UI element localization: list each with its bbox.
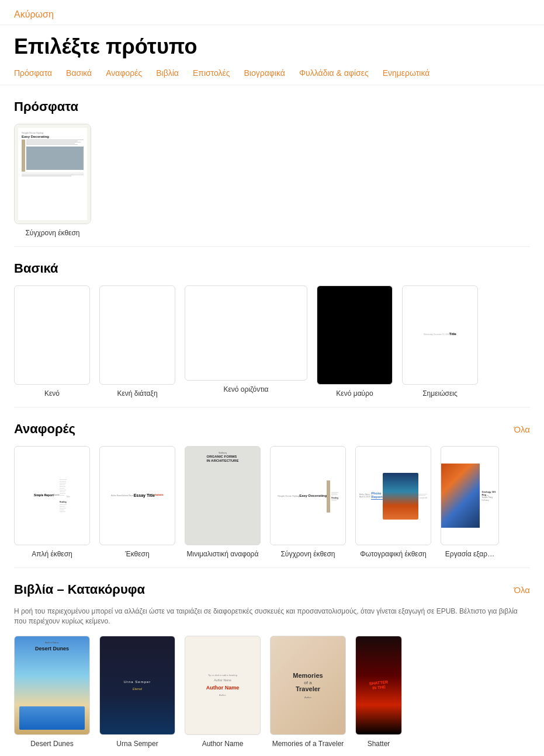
template-simple-report[interactable]: Simple Report Subtitle Heading — [14, 446, 90, 558]
template-label: Memories of a Traveler — [272, 740, 344, 748]
template-label: Σημειώσεις — [422, 389, 458, 398]
recent-section: Πρόσφατα Simple Home Styling Easy Decora… — [0, 85, 544, 246]
top-bar: Ακύρωση — [0, 0, 544, 25]
template-urna[interactable]: Urna Semper Eternal Urna Semper — [99, 636, 175, 748]
tab-cv[interactable]: Βιογραφικά — [244, 68, 285, 78]
template-notes[interactable]: Wednesday, December 13, 2019 Title Σημει… — [402, 285, 478, 398]
template-label: Κενό — [44, 389, 60, 398]
template-report[interactable]: Author Name Subhead Name Essay Title Sub… — [99, 446, 175, 558]
tab-recent[interactable]: Πρόσφατα — [14, 68, 52, 78]
template-blank-black[interactable]: Κενό μαύρο — [317, 285, 393, 398]
reports-title: Αναφορές — [14, 421, 75, 437]
tab-books[interactable]: Βιβλία — [156, 68, 179, 78]
template-label: Σύγχρονη έκθεση — [25, 229, 79, 237]
template-author-name[interactable]: Tip or click to add a heading Author Nam… — [185, 636, 261, 748]
template-label: Desert Dunes — [30, 740, 73, 748]
template-label: Απλή έκθεση — [32, 550, 72, 558]
template-label: Urna Semper — [116, 740, 158, 748]
template-label: Author Name — [202, 740, 244, 748]
books-see-all[interactable]: Όλα — [514, 585, 530, 595]
reports-see-all[interactable]: Όλα — [514, 424, 530, 434]
tab-letters[interactable]: Επιστολές — [193, 68, 230, 78]
basic-section: Βασικά Κενό Κενή διάταξη Κενό οριζόντια … — [0, 247, 544, 407]
template-label: Φωτογραφική έκθεση — [360, 550, 427, 558]
template-label: Κενή διάταξη — [117, 389, 157, 398]
recent-title: Πρόσφατα — [14, 99, 78, 114]
template-modern-report[interactable]: Simple Home Styling Easy Decorating — [14, 124, 91, 237]
books-title: Βιβλία – Κατακόρυφα — [14, 582, 145, 597]
reports-templates: Simple Report Subtitle Heading — [14, 446, 530, 558]
basic-templates: Κενό Κενή διάταξη Κενό οριζόντια Κενό μα… — [14, 285, 530, 398]
template-label: Σύγχρονη έκθεση — [280, 550, 335, 558]
tab-bar: Πρόσφατα Βασικά Αναφορές Βιβλία Επιστολέ… — [0, 64, 544, 85]
template-shatter[interactable]: SHATTERIN THE Shatter — [355, 636, 402, 748]
template-label: Κενό μαύρο — [336, 389, 373, 398]
template-label: Shatter — [368, 740, 390, 748]
tab-newsletters[interactable]: Ενημερωτικά — [383, 68, 430, 78]
cancel-button[interactable]: Ακύρωση — [14, 9, 54, 20]
template-blank-landscape[interactable]: Κενό οριζόντια — [185, 285, 307, 398]
template-label: Έκθεση — [125, 550, 149, 558]
template-memories[interactable]: Memories of a Traveler Author Memories o… — [270, 636, 346, 748]
template-minimalist[interactable]: Έκθεση ORGANIC FORMSIN ARCHITECTURE Μινι… — [185, 446, 261, 558]
template-blank[interactable]: Κενό — [14, 285, 90, 398]
tab-reports[interactable]: Αναφορές — [106, 68, 142, 78]
template-modern-report-2[interactable]: Simple Home Styling Easy Decorating H — [270, 446, 346, 558]
books-section: Βιβλία – Κατακόρυφα Όλα Η ροή του περιεχ… — [0, 568, 544, 756]
tab-basic[interactable]: Βασικά — [66, 68, 92, 78]
template-geology[interactable]: Geology 101 Rep… Subtitle Thing Full sto… — [441, 446, 499, 558]
books-templates: Author Name Desert Dunes Desert Dunes Ur… — [14, 636, 530, 748]
reports-section: Αναφορές Όλα Simple Report Subtitle — [0, 407, 544, 567]
template-label: Εργασία εξαρ… — [445, 550, 494, 558]
template-label: Κενό οριζόντια — [223, 385, 268, 393]
template-blank-layout[interactable]: Κενή διάταξη — [99, 285, 175, 398]
books-subtitle: Η ροή του περιεχομένου μπορεί να αλλάζει… — [14, 607, 530, 626]
template-photo-report[interactable]: Author Name · April 14, 2023 Photo Repor… — [355, 446, 431, 558]
page-title: Επιλέξτε πρότυπο — [0, 25, 544, 64]
template-desert-dunes[interactable]: Author Name Desert Dunes Desert Dunes — [14, 636, 90, 748]
recent-templates: Simple Home Styling Easy Decorating — [14, 124, 530, 237]
basic-title: Βασικά — [14, 261, 58, 276]
tab-brochures[interactable]: Φυλλάδια & αφίσες — [299, 68, 369, 78]
template-label: Μινιμαλιστική αναφορά — [187, 550, 259, 558]
